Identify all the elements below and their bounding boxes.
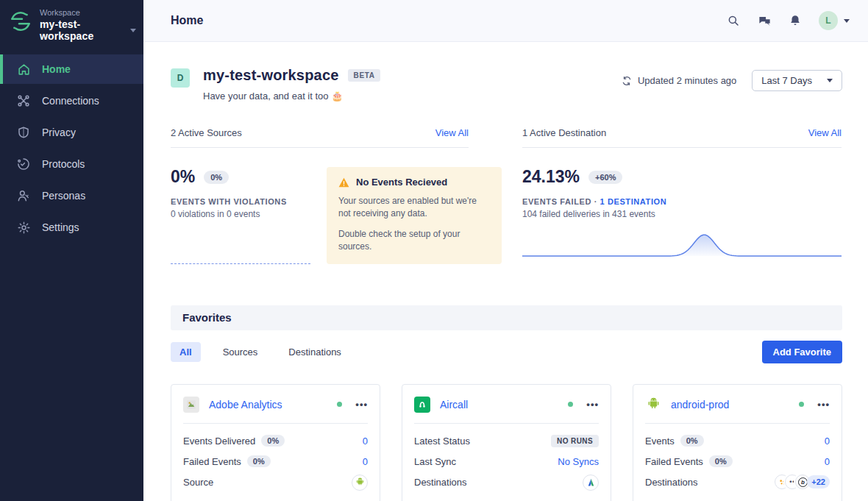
separator-dot: · — [594, 197, 597, 206]
workspace-hero: D my-test-workspace BETA Have your data,… — [171, 67, 842, 102]
row-label: Latest Status — [414, 436, 470, 447]
privacy-icon — [16, 125, 31, 140]
card-title-link[interactable]: android-prod — [671, 399, 729, 411]
destinations-view-all-link[interactable]: View All — [808, 127, 842, 138]
bell-icon[interactable] — [788, 13, 803, 28]
events-failed-value: 24.13% — [522, 167, 580, 187]
warning-icon — [338, 177, 349, 188]
events-failed-label: EVENTS FAILED — [522, 197, 591, 206]
card-row: Latest Status NO RUNS — [414, 433, 599, 449]
android-logo[interactable] — [352, 475, 368, 491]
card-row: Events 0% 0 — [645, 433, 830, 449]
workspace-switcher[interactable]: Workspace my-test-workspace — [0, 0, 143, 51]
topbar: Home L — [143, 0, 868, 42]
sidebar-item-label: Connections — [42, 95, 99, 107]
row-value-link[interactable]: No Syncs — [558, 456, 599, 467]
sidebar-item-label: Settings — [42, 221, 79, 233]
destinations-panel: 1 Active Destination View All 24.13% +60… — [522, 127, 842, 264]
warning-body-2: Double check the setup of your sources. — [338, 228, 490, 254]
row-label: Source — [183, 477, 213, 488]
tab-destinations[interactable]: Destinations — [280, 342, 350, 362]
row-badge: 0% — [247, 455, 271, 467]
more-destinations-badge[interactable]: +22 — [807, 475, 830, 488]
violations-label: EVENTS WITH VIOLATIONS — [171, 197, 318, 206]
status-dot-icon — [337, 402, 342, 407]
user-menu[interactable]: L — [819, 11, 850, 30]
events-failed-sparkline — [522, 229, 842, 261]
no-runs-badge: NO RUNS — [551, 435, 599, 447]
row-label: Destinations — [414, 477, 467, 488]
avatar[interactable]: L — [819, 11, 838, 30]
workspace-avatar: D — [171, 68, 190, 88]
row-label: Failed Events — [183, 456, 241, 467]
row-value-link[interactable]: 0 — [363, 436, 368, 447]
sidebar-item-personas[interactable]: Personas — [0, 181, 143, 210]
card-row: Failed Events 0% 0 — [183, 454, 368, 469]
warning-callout: No Events Recieved Your sources are enab… — [327, 167, 502, 264]
row-value-link[interactable]: 0 — [363, 456, 368, 467]
workspace-label: Workspace — [40, 8, 136, 17]
date-range-value: Last 7 Days — [761, 75, 812, 86]
overflow-menu-icon[interactable]: ••• — [817, 401, 830, 408]
workspace-text: Workspace my-test-workspace — [40, 8, 136, 42]
sources-view-all-link[interactable]: View All — [435, 127, 469, 138]
events-failed-stat: 24.13% +60% EVENTS FAILED · 1 DESTINATIO… — [522, 167, 842, 219]
chevron-down-icon — [130, 29, 136, 32]
row-value-link[interactable]: 0 — [825, 436, 830, 447]
add-favorite-button[interactable]: Add Favorite — [762, 341, 842, 363]
chat-icon[interactable] — [757, 13, 772, 28]
chevron-down-icon — [844, 19, 850, 23]
sidebar-item-protocols[interactable]: Protocols — [0, 149, 143, 179]
page-title: Home — [171, 14, 203, 27]
refresh-icon[interactable] — [622, 76, 632, 86]
sidebar-item-label: Home — [42, 63, 71, 75]
favorites-band: Favorites — [171, 305, 842, 330]
sidebar-item-settings[interactable]: Settings — [0, 213, 143, 242]
violations-delta-badge: 0% — [204, 171, 229, 184]
favorites-controls: All Sources Destinations Add Favorite — [171, 341, 842, 363]
row-badge: 0% — [680, 435, 704, 447]
sidebar-item-privacy[interactable]: Privacy — [0, 118, 143, 147]
violations-detail: 0 violations in 0 events — [171, 209, 318, 219]
warning-body-1: Your sources are enabled but we're not r… — [338, 195, 490, 221]
row-label: Destinations — [645, 477, 698, 488]
tab-sources[interactable]: Sources — [214, 342, 267, 362]
overflow-menu-icon[interactable]: ••• — [355, 401, 368, 408]
search-icon[interactable] — [726, 13, 741, 28]
card-row: Failed Events 0% 0 — [645, 454, 830, 469]
content: D my-test-workspace BETA Have your data,… — [143, 42, 868, 501]
card-title-link[interactable]: Adobe Analytics — [209, 399, 282, 411]
workspace-name: my-test-workspace — [40, 18, 126, 42]
airship-logo[interactable] — [583, 475, 599, 491]
tab-all[interactable]: All — [171, 342, 201, 362]
chevron-down-icon — [827, 79, 833, 82]
favorite-card-aircall: Aircall ••• Latest Status NO RUNS Last S… — [402, 384, 611, 501]
events-failed-detail: 104 failed deliveries in 431 events — [522, 209, 842, 219]
favorites-tabs: All Sources Destinations — [171, 342, 350, 362]
status-dot-icon — [799, 402, 804, 407]
row-label: Events Delivered — [183, 436, 255, 447]
sidebar-nav: Home Connections Privacy Protocols — [0, 54, 143, 244]
row-badge: 0% — [261, 435, 285, 447]
status-dot-icon — [568, 402, 573, 407]
updated-status: Updated 2 minutes ago — [622, 75, 736, 86]
card-row: Source — [183, 475, 368, 491]
row-value-link[interactable]: 0 — [825, 456, 830, 467]
personas-icon — [16, 188, 31, 203]
home-icon — [16, 62, 31, 77]
sidebar-item-home[interactable]: Home — [0, 54, 143, 84]
date-range-select[interactable]: Last 7 Days — [752, 70, 842, 91]
sidebar-item-label: Protocols — [42, 158, 85, 170]
sidebar-item-label: Personas — [42, 190, 85, 202]
card-title-link[interactable]: Aircall — [440, 399, 468, 411]
violations-value: 0% — [171, 167, 195, 187]
settings-icon — [16, 220, 31, 235]
row-label: Last Sync — [414, 456, 456, 467]
warning-title: No Events Recieved — [356, 177, 447, 188]
sidebar-item-connections[interactable]: Connections — [0, 86, 143, 116]
connections-icon — [16, 93, 31, 108]
destination-count-link[interactable]: 1 DESTINATION — [600, 197, 667, 206]
segment-logo-icon — [9, 10, 32, 33]
overflow-menu-icon[interactable]: ••• — [586, 401, 599, 408]
adobe-analytics-logo — [183, 397, 199, 413]
